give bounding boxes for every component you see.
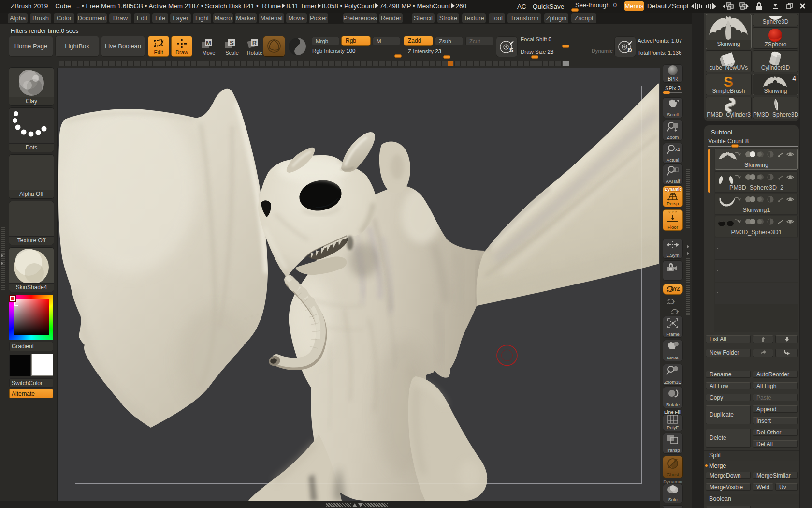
- svg-text:XYZ: XYZ: [670, 286, 680, 292]
- svg-text:S: S: [230, 39, 234, 46]
- svg-text:R: R: [252, 39, 257, 46]
- svg-text:Y: Y: [672, 300, 675, 305]
- svg-text:x1: x1: [675, 147, 680, 152]
- svg-text:Z: Z: [676, 310, 679, 315]
- svg-text:D: D: [627, 46, 632, 54]
- svg-text:S: S: [509, 46, 513, 54]
- svg-text:M: M: [206, 39, 211, 46]
- svg-text:S: S: [724, 75, 733, 89]
